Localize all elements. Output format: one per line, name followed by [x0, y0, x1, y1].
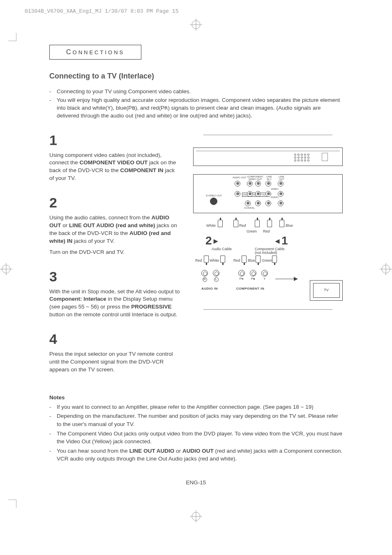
step-2: 2 Using the audio cables, connect from t…	[49, 195, 181, 256]
step-number: 2	[49, 195, 181, 211]
plug	[233, 220, 238, 227]
callout-1: 1	[281, 235, 288, 246]
step-number: 4	[49, 331, 181, 347]
step-3: 3 With the unit in Stop mode, set the Al…	[49, 269, 181, 319]
tv-jack: Pʀ	[238, 270, 245, 281]
tv-label: TV	[313, 283, 340, 298]
arrow-left-icon: ◂	[275, 237, 279, 245]
jack	[255, 181, 261, 187]
plug-label-blue: Blue	[286, 224, 293, 228]
plug-label-red: Red	[233, 259, 240, 263]
bold: LINE OUT AUDIO (red and white)	[69, 222, 155, 228]
tv-jacks: R L Pʀ	[193, 270, 275, 307]
plug-label-green: Green	[247, 230, 257, 233]
plug	[242, 256, 247, 263]
tv-jack-label-Y: Y	[263, 277, 265, 281]
jack	[278, 200, 284, 206]
plug-label-red: Red	[263, 230, 270, 233]
tv-jack-label-Pr: Pʀ	[240, 277, 244, 281]
arrow-right-icon: ▸	[214, 237, 218, 245]
step-text: Using the audio cables, connect from the…	[49, 214, 181, 245]
crop-mark-right	[380, 263, 392, 277]
text: jacks of your TV.	[72, 238, 115, 244]
plug-label-white: White	[210, 259, 219, 263]
diagram-column: AUDIO OUT COMPONENT VIDEO OUT LINE IN 1 …	[193, 132, 343, 386]
section-header-box: CONNECTIONS	[49, 45, 141, 60]
plug	[267, 220, 272, 227]
tv-audio-in-label: AUDIO IN	[201, 287, 218, 290]
page-title: Connecting to a TV (Interlace)	[49, 72, 343, 81]
dvd-vcr-unit	[193, 147, 343, 166]
text: or	[174, 448, 182, 454]
step-text-extra: Turn on the DVD-VCR and TV.	[49, 249, 181, 256]
tv-component-in-label: COMPONENT IN	[236, 287, 264, 290]
bold: COMPONENT IN	[120, 167, 164, 173]
jack	[245, 200, 251, 206]
jack	[255, 200, 261, 206]
plug-label-green: Green	[262, 259, 272, 263]
text: button on the remote control until Inter…	[49, 311, 177, 318]
jack	[278, 191, 284, 197]
plug-label-blue: Blue	[248, 259, 255, 263]
intro-item: Connecting to your TV using Component vi…	[57, 88, 343, 96]
plug-label-red: Red	[239, 224, 246, 228]
svg-marker-10	[294, 277, 298, 281]
plug-label-white: White	[206, 224, 216, 228]
crop-mark-top	[0, 18, 392, 32]
step-4: 4 Press the input selector on your TV re…	[49, 331, 181, 374]
tv-jack-label-L: L	[214, 277, 219, 282]
jack	[247, 181, 253, 187]
plug	[220, 256, 225, 263]
label-audio-out: AUDIO OUT	[233, 176, 246, 179]
jack	[235, 181, 240, 187]
steps-column: 1 Using component video cables (not incl…	[49, 132, 181, 386]
bold: LINE OUT AUDIO	[129, 448, 175, 454]
plug	[204, 256, 209, 263]
tv-jack: Y	[261, 270, 268, 281]
notes-list: If you want to connect to an Amplifier, …	[49, 403, 343, 463]
callout-2: 2	[205, 235, 212, 246]
notes-item: You can hear sound from the LINE OUT AUD…	[57, 447, 343, 463]
label-coaxial: COAXIAL	[244, 207, 255, 209]
jack	[247, 191, 253, 197]
label-line-out: LINE OUT	[278, 175, 285, 180]
step-text: With the unit in Stop mode, set the Alt …	[49, 288, 181, 319]
jack	[235, 191, 240, 197]
tv-box: TV	[310, 280, 343, 301]
tv-jack-label-R: R	[203, 277, 207, 282]
jack	[265, 200, 271, 206]
notes-item: Depending on the manufacturer. The numbe…	[57, 412, 343, 428]
section-label: CONNECTIONS	[66, 49, 125, 55]
diagram-rule	[203, 135, 332, 135]
page-number: ENG-15	[49, 479, 343, 486]
trim-mark	[8, 33, 16, 41]
notes-item: If you want to connect to an Amplifier, …	[57, 403, 343, 411]
label-video: VIDEO	[271, 188, 279, 190]
step-number: 3	[49, 269, 181, 285]
intro-item: You will enjoy high quality and accurate…	[57, 97, 343, 120]
jack	[265, 181, 271, 187]
tv-jack: Pʙ	[250, 270, 256, 281]
tv-jack: L	[213, 270, 219, 282]
jack	[278, 181, 284, 187]
tv-jack: R	[201, 270, 208, 282]
jack	[255, 191, 261, 197]
step-text: Using component video cables (not includ…	[49, 152, 181, 183]
intro-list: Connecting to your TV using Component vi…	[49, 88, 343, 120]
text: With the unit in Stop mode, set the Alt …	[49, 288, 180, 295]
plug	[255, 220, 260, 227]
bold: AUDIO OUT	[182, 448, 214, 454]
plug	[272, 256, 277, 263]
tv-jack-label-Pb: Pʙ	[251, 277, 255, 281]
bold: Component: Interlace	[49, 296, 106, 302]
section-cap: C	[66, 48, 73, 55]
text: Using the audio cables, connect from the	[49, 214, 151, 221]
step-1: 1 Using component video cables (not incl…	[49, 132, 181, 183]
step-text: Press the input selector on your TV remo…	[49, 350, 181, 374]
notes-heading: Notes	[49, 394, 343, 401]
bold: COMPONENT VIDEO OUT	[80, 159, 148, 166]
component-cable-label: Component Cable (not included)	[255, 247, 292, 255]
jack	[265, 191, 271, 197]
text: or	[61, 222, 69, 228]
plug	[218, 220, 223, 227]
